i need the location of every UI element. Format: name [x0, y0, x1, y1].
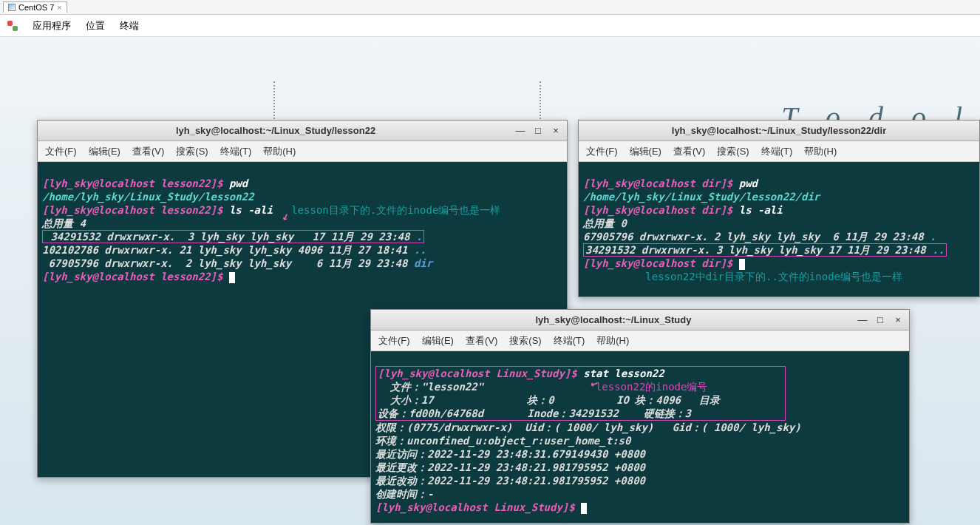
output: 最近更改：2022-11-29 23:48:21.981795952 +0800	[375, 461, 645, 473]
dir-name: .	[930, 231, 936, 243]
arrow-icon: ↙	[279, 209, 290, 223]
output-row: 67905796 drwxrwxr-x. 2 lyh_sky lyh_sky 6…	[42, 257, 414, 269]
command: pwd	[229, 177, 248, 189]
dir-name: ..	[932, 244, 945, 256]
terminal-menubar: 文件(F) 编辑(E) 查看(V) 搜索(S) 终端(T) 帮助(H)	[579, 141, 979, 162]
cursor	[739, 259, 745, 270]
menu-help[interactable]: 帮助(H)	[596, 334, 629, 348]
output-row: 34291532 drwxrwxr-x. 3 lyh_sky lyh_sky 1…	[44, 231, 416, 243]
titlebar[interactable]: lyh_sky@localhost:~/Linux_Study — □ ×	[371, 310, 909, 331]
output-row: 67905796 drwxrwxr-x. 2 lyh_sky lyh_sky 6…	[583, 231, 930, 243]
dir-name: dir	[414, 257, 432, 269]
menu-edit[interactable]: 编辑(E)	[422, 334, 454, 348]
annotation: lesson22中dir目录下的..文件的inode编号也是一样	[645, 271, 902, 282]
output-row: 102102786 drwxrwxr-x. 21 lyh_sky lyh_sky…	[42, 244, 414, 256]
output: 文件："lesson22"	[378, 381, 483, 393]
menu-search[interactable]: 搜索(S)	[176, 145, 208, 158]
menu-help[interactable]: 帮助(H)	[804, 145, 837, 158]
close-icon[interactable]: ×	[891, 314, 905, 327]
titlebar[interactable]: lyh_sky@localhost:~/Linux_Study/lesson22…	[38, 121, 567, 141]
terminal-window-3: lyh_sky@localhost:~/Linux_Study — □ × 文件…	[370, 309, 910, 524]
vm-icon	[8, 4, 16, 11]
output: 大小：17 块：0 IO 块：4096 目录	[378, 394, 720, 406]
apps-icon	[7, 21, 18, 31]
menu-file[interactable]: 文件(F)	[45, 145, 77, 158]
output: 创建时间：-	[375, 488, 433, 500]
menu-terminal[interactable]: 终端(T)	[220, 145, 252, 158]
menu-search[interactable]: 搜索(S)	[717, 145, 749, 158]
output: /home/lyh_sky/Linux_Study/lesson22/dir	[583, 191, 820, 203]
menu-view[interactable]: 查看(V)	[673, 145, 705, 158]
menu-places[interactable]: 位置	[86, 19, 105, 33]
output: 权限：(0775/drwxrwxr-x) Uid：( 1000/ lyh_sky…	[375, 421, 801, 433]
cursor	[229, 272, 235, 283]
terminal-window-2: lyh_sky@localhost:~/Linux_Study/lesson22…	[578, 120, 980, 297]
annotation: lesson目录下的.文件的inode编号也是一样	[291, 204, 500, 216]
minimize-icon[interactable]: —	[856, 314, 869, 327]
output: 最近访问：2022-11-29 23:48:31.679149430 +0800	[375, 448, 645, 460]
prompt: [lyh_sky@localhost Linux_Study]$	[375, 501, 581, 513]
prompt: [lyh_sky@localhost lesson22]$	[42, 271, 229, 282]
output: 最近改动：2022-11-29 23:48:21.981795952 +0800	[375, 475, 645, 487]
menu-terminal[interactable]: 终端	[120, 19, 139, 33]
close-icon[interactable]: ×	[57, 3, 61, 12]
menu-file[interactable]: 文件(F)	[378, 334, 410, 348]
dir-name: .	[416, 231, 422, 243]
menu-view[interactable]: 查看(V)	[132, 145, 164, 158]
window-title: lyh_sky@localhost:~/Linux_Study	[375, 314, 851, 325]
terminal-body[interactable]: [lyh_sky@localhost Linux_Study]$ stat le…	[371, 351, 909, 523]
output: /home/lyh_sky/Linux_Study/lesson22	[42, 191, 254, 203]
menu-edit[interactable]: 编辑(E)	[89, 145, 120, 158]
output: 总用量 0	[583, 217, 627, 229]
prompt: [lyh_sky@localhost lesson22]$	[42, 177, 229, 189]
menu-view[interactable]: 查看(V)	[466, 334, 497, 348]
menu-help[interactable]: 帮助(H)	[263, 145, 296, 158]
prompt: [lyh_sky@localhost dir]$	[583, 177, 739, 189]
command: ls -ali	[739, 204, 783, 216]
prompt: [lyh_sky@localhost lesson22]$	[42, 204, 229, 216]
close-icon[interactable]: ×	[549, 124, 562, 138]
maximize-icon[interactable]: □	[531, 124, 545, 138]
annotation: lesson22的inode编号	[596, 381, 708, 393]
vm-tab[interactable]: CentOS 7 ×	[3, 1, 67, 13]
command: ls -ali	[229, 204, 273, 216]
window-title: lyh_sky@localhost:~/Linux_Study/lesson22	[42, 125, 509, 136]
output: 环境：unconfined_u:object_r:user_home_t:s0	[375, 435, 630, 447]
vm-tab-name: CentOS 7	[18, 3, 54, 12]
menu-terminal[interactable]: 终端(T)	[554, 334, 585, 348]
titlebar[interactable]: lyh_sky@localhost:~/Linux_Study/lesson22…	[579, 121, 979, 141]
output-row: 34291532 drwxrwxr-x. 3 lyh_sky lyh_sky 1…	[585, 244, 932, 256]
cursor	[581, 503, 587, 514]
menu-edit[interactable]: 编辑(E)	[630, 145, 661, 158]
terminal-menubar: 文件(F) 编辑(E) 查看(V) 搜索(S) 终端(T) 帮助(H)	[38, 141, 567, 162]
output: 设备：fd00h/64768d Inode：34291532 硬链接：3	[378, 407, 691, 419]
window-title: lyh_sky@localhost:~/Linux_Study/lesson22…	[583, 125, 975, 136]
menu-file[interactable]: 文件(F)	[586, 145, 618, 158]
vm-tab-bar: CentOS 7 ×	[0, 0, 980, 15]
command: pwd	[739, 177, 758, 189]
terminal-body[interactable]: [lyh_sky@localhost dir]$ pwd /home/lyh_s…	[579, 162, 979, 297]
prompt: [lyh_sky@localhost dir]$	[583, 204, 739, 216]
minimize-icon[interactable]: —	[514, 124, 527, 138]
menu-terminal[interactable]: 终端(T)	[761, 145, 793, 158]
prompt: [lyh_sky@localhost dir]$	[583, 257, 739, 269]
maximize-icon[interactable]: □	[874, 314, 887, 327]
prompt: [lyh_sky@localhost Linux_Study]$	[378, 368, 583, 379]
terminal-menubar: 文件(F) 编辑(E) 查看(V) 搜索(S) 终端(T) 帮助(H)	[371, 331, 909, 351]
menu-applications[interactable]: 应用程序	[33, 19, 71, 33]
menu-search[interactable]: 搜索(S)	[509, 334, 541, 348]
gnome-menubar: 应用程序 位置 终端	[0, 15, 980, 37]
dir-name: ..	[414, 244, 426, 256]
output: 总用量 4	[42, 217, 86, 229]
